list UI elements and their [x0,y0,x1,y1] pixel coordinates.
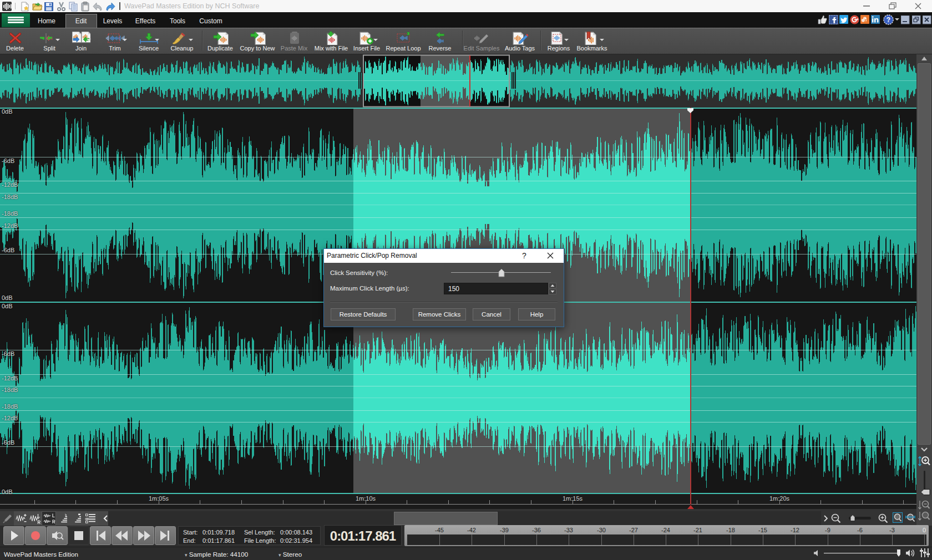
svg-text:?: ? [887,16,890,24]
